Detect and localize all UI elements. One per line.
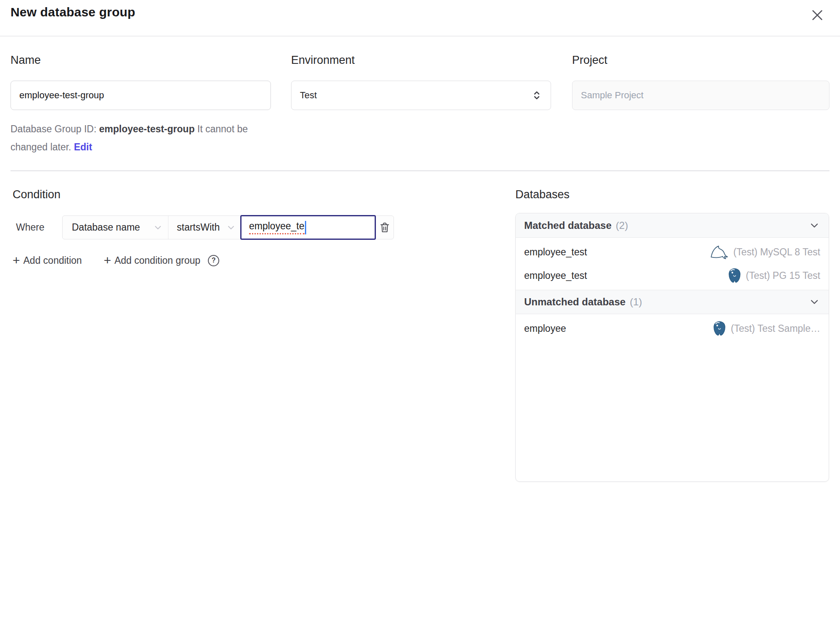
- instance-label: (Test) MySQL 8 Test: [733, 247, 820, 258]
- add-condition-group-label: Add condition group: [114, 255, 200, 266]
- edit-id-link[interactable]: Edit: [74, 142, 92, 152]
- project-input-value: Sample Project: [581, 90, 643, 101]
- matched-database-header[interactable]: Matched database (2): [516, 213, 829, 238]
- project-input: Sample Project: [572, 81, 830, 110]
- condition-operator-value: startsWith: [177, 222, 220, 233]
- condition-value-text: employee_te: [249, 220, 304, 234]
- condition-operator-select[interactable]: startsWith: [168, 216, 240, 239]
- add-condition-group-button[interactable]: + Add condition group ?: [104, 254, 219, 267]
- add-condition-button[interactable]: + Add condition: [13, 254, 82, 267]
- matched-database-rows: employee_test (Test) MySQL 8 Test employ…: [516, 238, 829, 290]
- mysql-icon: [710, 244, 729, 260]
- instance-label: (Test) PG 15 Test: [746, 270, 820, 281]
- condition-actions: + Add condition + Add condition group ?: [13, 254, 219, 267]
- chevron-down-icon: [153, 223, 163, 233]
- database-name: employee_test: [524, 270, 587, 281]
- postgres-icon: [727, 268, 742, 283]
- condition-factor-value: Database name: [72, 222, 140, 233]
- name-input-value: employee-test-group: [19, 90, 104, 101]
- help-icon[interactable]: ?: [208, 255, 219, 266]
- condition-heading: Condition: [13, 188, 60, 201]
- instance-info: (Test) MySQL 8 Test: [710, 244, 820, 260]
- text-caret: [305, 221, 306, 234]
- database-name: employee: [524, 323, 566, 334]
- chevron-down-icon[interactable]: [808, 220, 820, 231]
- environment-select-value: Test: [300, 90, 317, 101]
- where-label: Where: [16, 215, 45, 239]
- condition-row: Database name startsWith employee_te: [62, 215, 394, 239]
- databases-heading: Databases: [515, 188, 570, 201]
- add-condition-label: Add condition: [24, 255, 82, 266]
- name-input[interactable]: employee-test-group: [10, 81, 271, 110]
- unmatched-database-title: Unmatched database: [524, 296, 625, 308]
- unmatched-database-count: (1): [630, 296, 642, 308]
- close-icon: [810, 8, 825, 23]
- chevron-down-icon: [226, 223, 236, 233]
- table-row[interactable]: employee (Test) Test Sample…: [516, 317, 829, 340]
- plus-icon: +: [104, 254, 111, 267]
- name-label: Name: [10, 54, 41, 67]
- chevron-down-icon[interactable]: [808, 296, 820, 308]
- unmatched-database-header[interactable]: Unmatched database (1): [516, 290, 829, 314]
- postgres-icon: [712, 321, 727, 336]
- table-row[interactable]: employee_test (Test) MySQL 8 Test: [516, 240, 829, 264]
- environment-select[interactable]: Test: [291, 81, 551, 110]
- header-divider: [0, 36, 840, 37]
- condition-value-input[interactable]: employee_te: [240, 215, 376, 240]
- matched-database-count: (2): [616, 220, 628, 231]
- chevron-up-down-icon: [531, 90, 542, 101]
- databases-panel: Matched database (2) employee_test (Test…: [515, 213, 829, 482]
- plus-icon: +: [13, 254, 20, 267]
- new-database-group-dialog: New database group Name Environment Proj…: [0, 0, 840, 630]
- close-button[interactable]: [808, 6, 827, 24]
- delete-condition-button[interactable]: [376, 216, 394, 239]
- instance-info: (Test) Test Sample…: [712, 321, 820, 336]
- matched-database-title: Matched database: [524, 220, 612, 231]
- unmatched-database-rows: employee (Test) Test Sample…: [516, 314, 829, 343]
- environment-label: Environment: [291, 54, 355, 67]
- trash-icon: [379, 221, 391, 234]
- database-group-id-note: Database Group ID: employee-test-group I…: [10, 120, 279, 156]
- table-row[interactable]: employee_test (Test) PG 15 Test: [516, 264, 829, 287]
- database-name: employee_test: [524, 247, 587, 258]
- project-label: Project: [572, 54, 607, 67]
- section-divider: [10, 170, 830, 171]
- id-note-value: employee-test-group: [99, 123, 194, 134]
- instance-info: (Test) PG 15 Test: [727, 268, 820, 283]
- id-note-prefix: Database Group ID:: [10, 123, 99, 134]
- page-title: New database group: [10, 5, 135, 19]
- condition-factor-select[interactable]: Database name: [63, 216, 168, 239]
- instance-label: (Test) Test Sample…: [731, 323, 820, 334]
